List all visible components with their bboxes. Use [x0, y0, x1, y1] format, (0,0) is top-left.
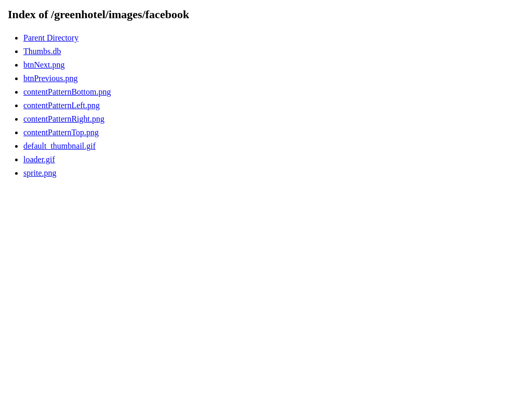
- file-link[interactable]: sprite.png: [23, 168, 57, 177]
- page-title: Index of /greenhotel/images/facebook: [8, 8, 524, 21]
- file-link[interactable]: Parent Directory: [23, 33, 78, 42]
- file-link[interactable]: contentPatternLeft.png: [23, 101, 100, 110]
- file-link[interactable]: Thumbs.db: [23, 47, 61, 56]
- list-item: contentPatternBottom.png: [23, 86, 524, 98]
- file-link[interactable]: contentPatternRight.png: [23, 114, 104, 123]
- list-item: Parent Directory: [23, 32, 524, 44]
- file-link[interactable]: contentPatternTop.png: [23, 128, 99, 137]
- list-item: btnPrevious.png: [23, 72, 524, 85]
- list-item: Thumbs.db: [23, 45, 524, 58]
- list-item: contentPatternLeft.png: [23, 99, 524, 112]
- file-link[interactable]: default_thumbnail.gif: [23, 141, 96, 150]
- file-link[interactable]: contentPatternBottom.png: [23, 87, 111, 96]
- list-item: default_thumbnail.gif: [23, 140, 524, 152]
- file-link[interactable]: btnPrevious.png: [23, 74, 77, 83]
- list-item: contentPatternTop.png: [23, 126, 524, 139]
- file-link[interactable]: loader.gif: [23, 155, 55, 164]
- file-link[interactable]: btnNext.png: [23, 60, 65, 69]
- list-item: loader.gif: [23, 153, 524, 166]
- list-item: contentPatternRight.png: [23, 113, 524, 125]
- file-list: Parent DirectoryThumbs.dbbtnNext.pngbtnP…: [8, 32, 524, 179]
- list-item: sprite.png: [23, 167, 524, 179]
- list-item: btnNext.png: [23, 59, 524, 71]
